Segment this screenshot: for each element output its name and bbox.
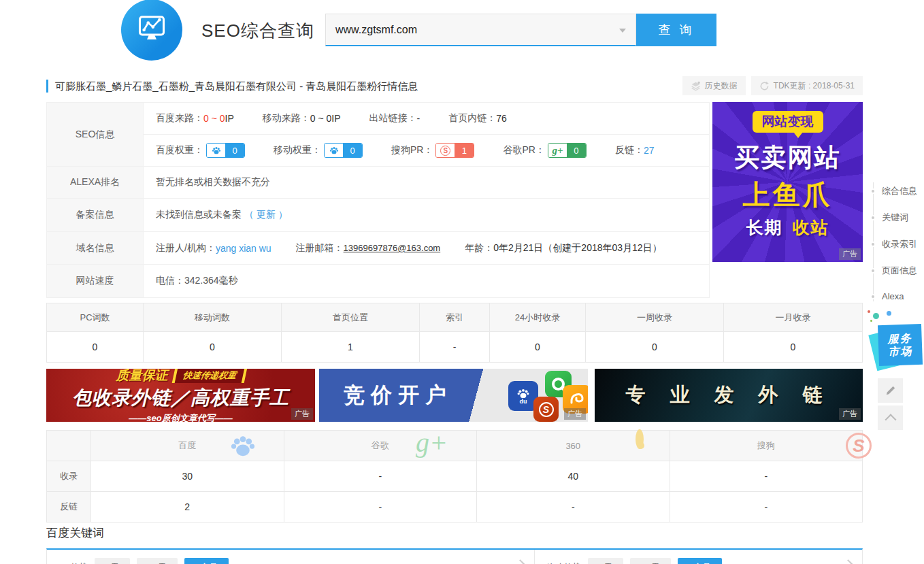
mobile-tab-7d[interactable]: 7天 bbox=[588, 558, 623, 564]
sidebar-item-keywords[interactable]: 关键词 bbox=[870, 212, 908, 224]
keywords-panel: PC趋势 7天 30天 6个月 移动趋势 7天 30天 6个月 bbox=[46, 548, 863, 564]
mobile-trend-panel: 移动趋势 7天 30天 6个月 bbox=[535, 550, 862, 564]
mobile-paw-icon bbox=[325, 144, 343, 157]
mobile-tab-6m[interactable]: 6个月 bbox=[678, 558, 722, 564]
beian-row-label: 备案信息 bbox=[47, 199, 144, 231]
stats-header: 移动词数 bbox=[144, 303, 282, 331]
sidebar-ad-banner[interactable]: 网站变现 买卖网站 上鱼爪 长期收站 广告 bbox=[712, 102, 863, 262]
stats-value: 0 bbox=[144, 332, 282, 362]
stats-value: 0 bbox=[47, 332, 144, 362]
baidu-paw-icon bbox=[207, 144, 225, 157]
banner1-tag1: 质量保证 bbox=[116, 369, 168, 384]
stats-header: 一月收录 bbox=[724, 303, 862, 331]
engine-cell: 40 bbox=[477, 461, 670, 491]
bullet-dot-icon bbox=[870, 242, 876, 247]
stats-header: 24小时收录 bbox=[490, 303, 586, 331]
edit-button[interactable] bbox=[878, 378, 903, 403]
dropdown-caret-icon[interactable] bbox=[619, 29, 626, 33]
ad-banner-backlinks[interactable]: 专 业 发 外 链 广告 bbox=[595, 369, 863, 422]
sogou-pr[interactable]: 搜狗PR： S1 bbox=[391, 143, 474, 158]
stats-table: PC词数 移动词数 首页位置 索引 24小时收录 一周收录 一月收录 0 0 1… bbox=[46, 303, 863, 363]
sidebar-item-index[interactable]: 收录索引 bbox=[870, 238, 917, 250]
bullet-dot-icon bbox=[870, 188, 876, 194]
360-big-icon bbox=[636, 433, 644, 446]
banner3-main-text: 专 业 发 外 链 bbox=[625, 382, 831, 409]
sidebar-item-alexa[interactable]: Alexa bbox=[870, 291, 904, 301]
mobile-tab-30d[interactable]: 30天 bbox=[630, 558, 670, 564]
baidu-weight[interactable]: 百度权重： 0 bbox=[156, 143, 245, 158]
page-title: SEO综合查询 bbox=[201, 19, 314, 43]
bullet-dot-icon bbox=[870, 268, 876, 273]
deco-dot bbox=[870, 320, 872, 322]
history-data-button[interactable]: 历史数据 bbox=[682, 76, 746, 95]
stats-header: 索引 bbox=[420, 303, 490, 331]
market-label-line2: 市场 bbox=[888, 344, 913, 358]
sidebar-item-pageinfo[interactable]: 页面信息 bbox=[870, 265, 917, 277]
engine-cell: 30 bbox=[91, 461, 284, 491]
search-bar: 查 询 bbox=[325, 14, 716, 46]
engine-cell: - bbox=[284, 461, 478, 491]
email-link[interactable]: 13969697876@163.com bbox=[344, 243, 441, 253]
engine-header-360: 360 bbox=[477, 431, 670, 461]
engine-header-google: 谷歌 g+ bbox=[284, 431, 478, 461]
chevron-right-icon[interactable] bbox=[516, 559, 525, 564]
backlinks: 反链：27 bbox=[615, 144, 655, 156]
stats-header: PC词数 bbox=[47, 303, 144, 331]
speed-row-label: 网站速度 bbox=[47, 265, 144, 297]
google-pr[interactable]: 谷歌PR： g+0 bbox=[503, 143, 586, 158]
pc-tab-6m[interactable]: 6个月 bbox=[184, 558, 229, 564]
engine-cell: - bbox=[477, 492, 670, 522]
pc-trend-panel: PC趋势 7天 30天 6个月 bbox=[47, 550, 535, 564]
refresh-icon bbox=[759, 81, 770, 91]
stats-value: 0 bbox=[586, 332, 724, 362]
engine-header-sogou: 搜狗 S bbox=[670, 431, 863, 461]
banner2-main-text: 竞价开户 bbox=[344, 381, 452, 410]
homepage-inner-links: 首页内链：76 bbox=[448, 112, 507, 125]
keywords-section-title: 百度关键词 bbox=[46, 525, 104, 541]
bullet-dot-icon bbox=[870, 215, 876, 220]
registrant: 注册人/机构：yang xian wu bbox=[156, 242, 271, 254]
pc-trend-label: PC趋势 bbox=[58, 561, 88, 564]
stats-value: 1 bbox=[282, 332, 420, 362]
ad-banner-row: 质量保证 快速传递权重 包收录外链／高权重手工 ——seo原创文章代写—— 广告… bbox=[46, 369, 863, 422]
ad-tag-label: 广告 bbox=[839, 408, 861, 420]
sidebar-item-overview[interactable]: 综合信息 bbox=[870, 185, 917, 197]
chevron-right-icon[interactable] bbox=[844, 559, 853, 564]
monitor-chart-icon bbox=[133, 11, 171, 49]
baidu-traffic: 百度来路：0 ~ 0 IP bbox=[156, 112, 234, 125]
service-market-badge[interactable]: 服务 市场 bbox=[878, 325, 923, 367]
ad-banner-outlinks[interactable]: 质量保证 快速传递权重 包收录外链／高权重手工 ——seo原创文章代写—— 广告 bbox=[46, 369, 315, 422]
pc-tab-30d[interactable]: 30天 bbox=[137, 558, 177, 564]
layers-icon bbox=[691, 81, 701, 91]
history-data-label: 历史数据 bbox=[705, 80, 738, 92]
alexa-row-label: ALEXA排名 bbox=[47, 167, 144, 198]
engine-row-label: 收录 bbox=[47, 461, 91, 491]
stats-value: 0 bbox=[490, 332, 586, 362]
chevron-up-icon bbox=[885, 414, 896, 425]
deco-dot bbox=[873, 313, 879, 319]
query-button[interactable]: 查 询 bbox=[636, 14, 716, 46]
ad-banner-bidding[interactable]: 竞价开户 du S 广告 bbox=[319, 369, 588, 422]
pc-tab-7d[interactable]: 7天 bbox=[95, 558, 130, 564]
mobile-weight[interactable]: 移动权重： 0 bbox=[274, 143, 363, 158]
google-plus-big-icon: g+ bbox=[416, 429, 448, 457]
seo-info-table: SEO信息 百度来路：0 ~ 0 IP 移动来路：0 ~ 0 IP 出站链接：-… bbox=[46, 102, 710, 298]
registrant-link[interactable]: yang xian wu bbox=[216, 243, 271, 254]
bullet-dot-icon bbox=[870, 294, 876, 299]
domain-row-label: 域名信息 bbox=[47, 232, 144, 264]
engine-index-table: 百度 谷歌 g+ 360 搜狗 S 收录 30 - 40 - bbox=[46, 430, 863, 522]
register-email: 注册邮箱：13969697876@163.com bbox=[296, 242, 441, 254]
market-label-line1: 服务 bbox=[887, 331, 912, 345]
ad-line2: 买卖网站 bbox=[735, 141, 841, 175]
alexa-value: 暂无排名或相关数据不充分 bbox=[144, 167, 709, 198]
site-logo[interactable] bbox=[121, 0, 182, 61]
search-input[interactable] bbox=[325, 14, 636, 46]
banner1-sub-text: ——seo原创文章代写—— bbox=[129, 412, 232, 422]
sogou-big-icon: S bbox=[846, 433, 872, 459]
seo-info-row-label: SEO信息 bbox=[47, 103, 144, 166]
stats-value: - bbox=[420, 332, 490, 362]
deco-dot bbox=[868, 310, 870, 313]
tdk-update-button[interactable]: TDK更新 : 2018-05-31 bbox=[751, 76, 863, 95]
back-to-top-button[interactable] bbox=[878, 405, 903, 430]
beian-update-link[interactable]: （ 更新 ） bbox=[244, 209, 288, 221]
